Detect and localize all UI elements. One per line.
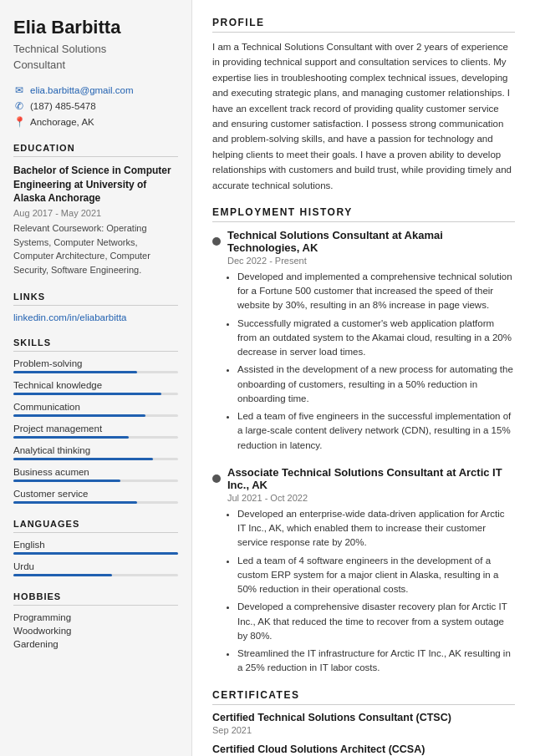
location-icon: 📍 <box>13 116 25 128</box>
skill-bar-bg <box>13 414 178 417</box>
skill-bar-bg <box>13 393 178 395</box>
linkedin-link[interactable]: linkedin.com/in/eliabarbitta <box>13 312 178 322</box>
profile-section: Profile I am a Technical Solutions Consu… <box>212 17 515 193</box>
skill-item: Customer service <box>13 489 178 504</box>
skill-bar-fill <box>13 479 120 482</box>
candidate-job-title: Technical SolutionsConsultant <box>13 42 178 72</box>
skill-item: Problem-solving <box>13 358 178 373</box>
certificates-section: Certificates Certified Technical Solutio… <box>212 689 515 756</box>
languages-list: English Urdu <box>13 540 178 576</box>
job-bullet: Led a team of five engineers in the succ… <box>237 409 515 453</box>
language-item: English <box>13 540 178 555</box>
skill-bar-fill <box>13 371 137 373</box>
hobbies-section-title: Hobbies <box>13 591 178 606</box>
lang-bar-fill <box>13 552 178 555</box>
employment-section-title: Employment History <box>212 206 515 222</box>
sidebar: Elia Barbitta Technical SolutionsConsult… <box>0 0 192 756</box>
job-bullet: Streamlined the IT infrastructure for Ar… <box>237 647 515 676</box>
job-bullet: Developed an enterprise-wide data-driven… <box>237 507 515 551</box>
skill-bar-bg <box>13 371 178 373</box>
skill-bar-bg <box>13 436 178 439</box>
edu-degree: Bachelor of Science in Computer Engineer… <box>13 164 178 205</box>
hobbies-list: Programming Woodworking Gardening <box>13 612 178 649</box>
profile-section-title: Profile <box>212 17 515 33</box>
candidate-name: Elia Barbitta <box>13 17 178 38</box>
employment-section: Employment History Technical Solutions C… <box>212 206 515 676</box>
skill-bar-fill <box>13 436 129 439</box>
phone-contact: ✆ (187) 485-5478 <box>13 100 178 112</box>
skills-list: Problem-solving Technical knowledge Comm… <box>13 358 178 504</box>
links-section-title: Links <box>13 292 178 306</box>
skill-bar-bg <box>13 479 178 482</box>
job-bullet: Successfully migrated a customer's web a… <box>237 317 515 360</box>
skill-item: Project management <box>13 424 178 439</box>
edu-coursework: Relevant Coursework: Operating Systems, … <box>13 221 178 277</box>
job-bullet: Developed and implemented a comprehensiv… <box>237 270 515 313</box>
hobby-item: Gardening <box>13 639 178 649</box>
job-dot <box>212 474 221 483</box>
main-content: Profile I am a Technical Solutions Consu… <box>192 0 535 756</box>
hobby-item: Programming <box>13 612 178 622</box>
location-contact: 📍 Anchorage, AK <box>13 116 178 128</box>
edu-dates: Aug 2017 - May 2021 <box>13 208 178 218</box>
job-title-main: Associate Technical Solutions Consultant… <box>212 466 515 491</box>
job-dates: Jul 2021 - Oct 2022 <box>227 493 515 503</box>
lang-bar-bg <box>13 552 178 555</box>
phone-icon: ✆ <box>13 100 25 112</box>
contact-section: ✉ elia.barbitta@gmail.com ✆ (187) 485-54… <box>13 84 178 128</box>
job-dot <box>212 237 221 246</box>
skills-section-title: Skills <box>13 337 178 352</box>
email-contact: ✉ elia.barbitta@gmail.com <box>13 84 178 96</box>
skill-bar-fill <box>13 501 137 504</box>
skill-bar-bg <box>13 501 178 504</box>
job-bullets: Developed and implemented a comprehensiv… <box>227 270 515 453</box>
skill-bar-fill <box>13 414 145 417</box>
profile-text: I am a Technical Solutions Consultant wi… <box>212 39 515 193</box>
lang-bar-fill <box>13 574 112 576</box>
job-dates: Dec 2022 - Present <box>227 256 515 266</box>
skill-bar-fill <box>13 393 161 395</box>
languages-section-title: Languages <box>13 519 178 533</box>
job-title-main: Technical Solutions Consultant at Akamai… <box>212 229 515 254</box>
skill-item: Communication <box>13 402 178 417</box>
job-bullet: Led a team of 4 software engineers in th… <box>237 554 515 597</box>
hobby-item: Woodworking <box>13 626 178 636</box>
skill-bar-fill <box>13 458 153 460</box>
job-entry: Technical Solutions Consultant at Akamai… <box>212 229 515 453</box>
email-icon: ✉ <box>13 84 25 96</box>
job-bullet: Assisted in the development of a new pro… <box>237 363 515 406</box>
skill-item: Analytical thinking <box>13 445 178 460</box>
cert-item: Certified Technical Solutions Consultant… <box>212 712 515 735</box>
skill-item: Business acumen <box>13 467 178 482</box>
job-entry: Associate Technical Solutions Consultant… <box>212 466 515 676</box>
skill-item: Technical knowledge <box>13 380 178 395</box>
skill-bar-bg <box>13 458 178 460</box>
education-section-title: Education <box>13 143 178 157</box>
language-item: Urdu <box>13 561 178 576</box>
job-bullet: Developed a comprehensive disaster recov… <box>237 600 515 643</box>
cert-item: Certified Cloud Solutions Architect (CCS… <box>212 743 515 756</box>
certificates-section-title: Certificates <box>212 689 515 705</box>
job-bullets: Developed an enterprise-wide data-driven… <box>227 507 515 676</box>
lang-bar-bg <box>13 574 178 576</box>
